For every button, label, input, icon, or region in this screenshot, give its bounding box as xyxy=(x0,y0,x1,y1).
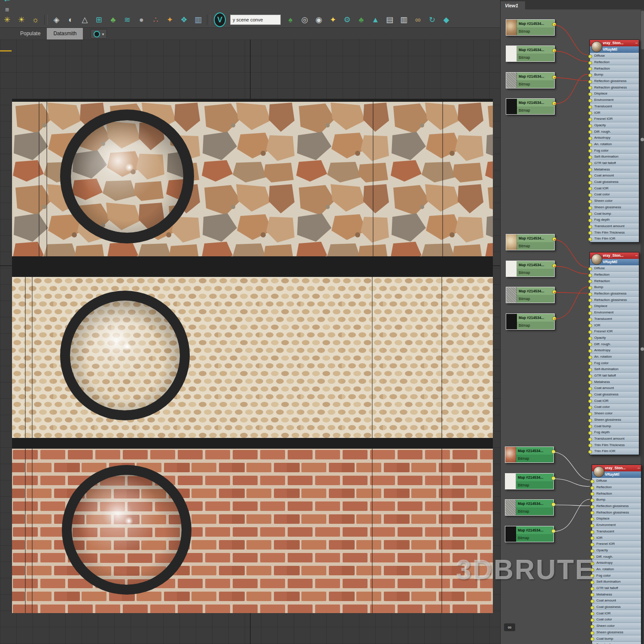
vray-param-row[interactable]: Coat amount xyxy=(592,598,641,604)
output-socket[interactable] xyxy=(552,49,556,53)
vray-param-row[interactable]: Refraction glossiness xyxy=(592,509,641,516)
output-socket[interactable] xyxy=(552,22,556,27)
param-input-socket[interactable] xyxy=(590,505,594,509)
param-input-socket[interactable] xyxy=(588,61,592,65)
vray-param-row[interactable]: Opacity xyxy=(590,122,639,129)
param-input-socket[interactable] xyxy=(588,343,592,346)
scatter-array-icon[interactable]: ⊞ xyxy=(92,13,106,26)
param-input-socket[interactable] xyxy=(588,374,592,378)
blob-sphere-icon[interactable]: ● xyxy=(134,13,149,26)
param-input-socket[interactable] xyxy=(588,437,592,441)
param-input-socket[interactable] xyxy=(588,399,592,403)
vray-param-row[interactable]: Fog depth xyxy=(590,429,639,436)
vray-param-row[interactable]: Diffuse xyxy=(590,265,639,272)
slate-material-editor[interactable]: View1 xyxy=(500,0,644,644)
spline-shapes-icon[interactable]: ❖ xyxy=(177,13,191,26)
vray-param-row[interactable]: Coat amount xyxy=(590,385,639,392)
vray-param-row[interactable]: Thin Film IOR xyxy=(590,236,639,242)
param-input-socket[interactable] xyxy=(588,349,592,353)
param-input-socket[interactable] xyxy=(588,55,592,58)
vray-param-row[interactable]: Sheen color xyxy=(590,198,639,204)
light-bulb-icon[interactable]: ✦ xyxy=(326,13,340,26)
geosphere-icon[interactable]: ◈ xyxy=(49,13,64,26)
vray-param-row[interactable]: Coat color xyxy=(590,191,639,198)
vray-param-row[interactable]: Thin Film Thickness xyxy=(590,442,639,448)
param-input-socket[interactable] xyxy=(588,80,592,84)
camera-icon[interactable]: ◎ xyxy=(298,13,312,26)
param-input-socket[interactable] xyxy=(590,530,594,534)
vray-param-row[interactable]: Environment xyxy=(590,97,639,103)
param-input-socket[interactable] xyxy=(588,355,592,359)
bitmap-node-diffuse[interactable]: Map #214534... Bitmap xyxy=(505,447,554,463)
vray-param-row[interactable]: Self-illumination xyxy=(590,366,639,373)
vray-param-row[interactable]: Displace xyxy=(592,516,641,522)
param-input-socket[interactable] xyxy=(588,393,592,397)
vray-param-row[interactable]: Reflection xyxy=(590,59,639,66)
bitmap-node-diffuse[interactable]: Map #214534... Bitmap xyxy=(506,234,555,250)
param-input-socket[interactable] xyxy=(590,612,594,616)
param-input-socket[interactable] xyxy=(588,111,592,115)
vray-param-row[interactable]: Refraction xyxy=(590,65,639,72)
bitmap-node-reflection[interactable]: Map #214534... Bitmap xyxy=(505,473,554,489)
scrollbar-thumb[interactable] xyxy=(641,11,644,49)
vray-param-row[interactable]: Fog color xyxy=(592,572,641,579)
scene-converter-input[interactable] xyxy=(230,15,281,25)
bitmap-node-diffuse[interactable]: Map #214534... Bitmap xyxy=(506,19,555,36)
vray-param-row[interactable]: Translucent xyxy=(592,529,641,535)
param-input-socket[interactable] xyxy=(590,492,594,496)
vray-param-row[interactable]: Bump xyxy=(590,72,639,78)
param-input-socket[interactable] xyxy=(588,387,592,391)
material-sphere-flagstone[interactable] xyxy=(71,120,183,233)
param-input-socket[interactable] xyxy=(588,337,592,340)
particle-icon[interactable]: ∴ xyxy=(149,13,163,26)
param-input-socket[interactable] xyxy=(590,486,594,490)
view-tab[interactable]: View1 xyxy=(501,1,525,9)
vray-param-row[interactable]: Bump xyxy=(590,284,639,291)
terrain-icon[interactable]: ▲ xyxy=(368,13,383,26)
param-input-socket[interactable] xyxy=(588,73,592,77)
param-input-socket[interactable] xyxy=(590,480,594,483)
bitmap-node-bump[interactable]: Map #214534... Bitmap xyxy=(506,313,555,330)
collapse-icon[interactable]: – xyxy=(635,40,638,46)
param-input-socket[interactable] xyxy=(588,105,592,109)
param-input-socket[interactable] xyxy=(590,587,594,591)
vray-param-row[interactable]: Refraction glossiness xyxy=(590,84,639,91)
param-input-socket[interactable] xyxy=(588,380,592,384)
vray-param-row[interactable]: IOR xyxy=(590,109,639,116)
pages-icon[interactable]: ▥ xyxy=(397,13,411,26)
param-input-socket[interactable] xyxy=(590,637,594,641)
output-socket[interactable] xyxy=(552,316,556,321)
param-input-socket[interactable] xyxy=(588,324,592,328)
param-input-socket[interactable] xyxy=(588,143,592,147)
param-input-socket[interactable] xyxy=(588,118,592,122)
param-input-socket[interactable] xyxy=(588,137,592,140)
vray-param-row[interactable]: Coat bump xyxy=(590,423,639,429)
vray-param-row[interactable]: Reflection xyxy=(590,272,639,278)
param-input-socket[interactable] xyxy=(590,549,594,553)
param-input-socket[interactable] xyxy=(588,86,592,90)
param-input-socket[interactable] xyxy=(588,99,592,103)
param-input-socket[interactable] xyxy=(588,311,592,315)
vray-param-row[interactable]: Fog depth xyxy=(592,642,641,644)
texture-panel-brick[interactable] xyxy=(12,449,493,613)
video-camera-icon[interactable]: ◉ xyxy=(312,13,326,26)
vraymtl-node-1[interactable]: vray_Ston... – VRayMtl Diffuse Reflectio… xyxy=(589,39,639,243)
bitmap-node-glossiness[interactable]: Map #214534... Bitmap xyxy=(506,72,555,88)
vraymtl-node-2[interactable]: vray_Ston... – VRayMtl Diffuse Reflectio… xyxy=(589,252,639,455)
output-socket[interactable] xyxy=(552,290,556,294)
viewport-layout-dropdown[interactable]: ▾ xyxy=(91,29,107,39)
param-input-socket[interactable] xyxy=(588,149,592,153)
param-input-socket[interactable] xyxy=(588,267,592,271)
vray-param-row[interactable]: Coat IOR xyxy=(592,610,641,617)
output-socket[interactable] xyxy=(552,264,556,268)
param-input-socket[interactable] xyxy=(588,425,592,428)
param-input-socket[interactable] xyxy=(590,524,594,528)
sun-icon[interactable]: ☀ xyxy=(14,13,28,26)
output-socket[interactable] xyxy=(551,476,556,480)
param-input-socket[interactable] xyxy=(588,368,592,372)
ring-array-icon[interactable]: ◆ xyxy=(439,13,453,26)
param-input-socket[interactable] xyxy=(588,130,592,134)
vray-param-row[interactable]: Environment xyxy=(592,522,641,529)
vray-param-row[interactable]: An. rotation xyxy=(590,141,639,148)
output-socket[interactable] xyxy=(552,237,556,241)
